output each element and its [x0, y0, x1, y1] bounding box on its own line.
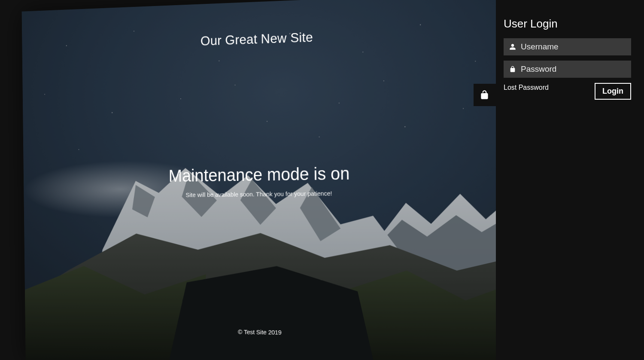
hero-content: Our Great New Site Maintenance mode is o…: [22, 0, 496, 360]
hero-panel: Our Great New Site Maintenance mode is o…: [22, 0, 496, 360]
login-panel-title: User Login: [504, 17, 631, 31]
lock-icon: [508, 66, 517, 73]
lost-password-link[interactable]: Lost Password: [504, 84, 549, 92]
maintenance-block: Maintenance mode is on Site will be avai…: [24, 161, 496, 200]
password-field-wrapper[interactable]: [504, 61, 631, 78]
username-input[interactable]: [521, 42, 627, 52]
login-panel: User Login Lost Password Login: [496, 0, 644, 360]
unlock-icon: [479, 89, 490, 101]
maintenance-heading: Maintenance mode is on: [24, 161, 496, 188]
site-title: Our Great New Site: [200, 30, 313, 49]
maintenance-subtext: Site will be available soon. Thank you f…: [24, 188, 496, 200]
password-input[interactable]: [521, 64, 627, 74]
main-stage: Our Great New Site Maintenance mode is o…: [0, 0, 496, 360]
login-button[interactable]: Login: [595, 83, 631, 100]
footer-copyright: © Test Site 2019: [25, 326, 496, 339]
user-icon: [508, 43, 517, 50]
login-actions-row: Lost Password Login: [504, 83, 631, 100]
login-toggle-tab[interactable]: [474, 84, 496, 106]
username-field-wrapper[interactable]: [504, 38, 631, 55]
